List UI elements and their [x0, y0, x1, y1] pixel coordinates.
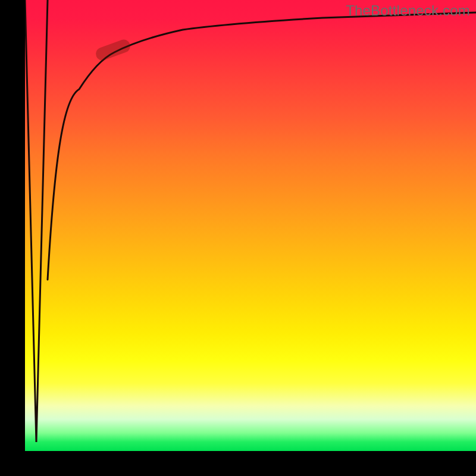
plot-area [25, 0, 476, 451]
y-axis [0, 0, 25, 476]
x-axis [0, 451, 476, 476]
left-spike [25, 0, 48, 442]
chart-canvas: TheBottleneck.com [0, 0, 476, 476]
watermark: TheBottleneck.com [346, 2, 470, 19]
curve-layer [25, 0, 476, 451]
